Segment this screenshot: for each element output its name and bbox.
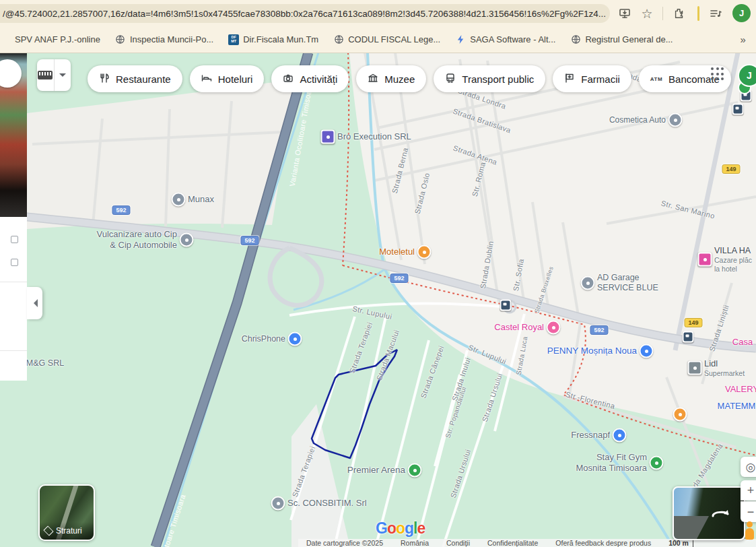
green-dot[interactable]: [650, 456, 664, 470]
hotel-icon: [201, 73, 212, 86]
chip-label: Hoteluri: [218, 73, 253, 85]
collapse-panel-button[interactable]: [27, 287, 42, 319]
google-maps-browser-window: Strada VienaStrada LondraStrada Bratisla…: [0, 0, 756, 547]
chip-label: Farmacii: [581, 73, 620, 85]
bookmark-item[interactable]: Registrul General de...: [570, 34, 673, 45]
theme-divider: [697, 6, 699, 21]
map-copyright: Date cartografice ©2025: [306, 539, 383, 547]
bookmark-item[interactable]: Inspectia Muncii-Po...: [115, 34, 213, 45]
bookmark-label: SPV ANAF P.J.-online: [15, 34, 100, 44]
sidebar-sliver: [0, 217, 27, 381]
museum-icon: [368, 73, 378, 86]
chip-activități[interactable]: Activități: [271, 65, 349, 92]
grey-dot[interactable]: [172, 193, 186, 207]
attribution-link[interactable]: Oferă feedback despre produs: [555, 539, 651, 547]
google-logo-letter: o: [387, 519, 396, 537]
grey-square[interactable]: [688, 361, 702, 375]
attribution-link[interactable]: Condiții: [446, 539, 470, 547]
bus-stop-icon[interactable]: [732, 104, 744, 115]
transit-icon: [445, 73, 456, 86]
attribution-link[interactable]: România: [401, 539, 429, 547]
address-bar[interactable]: /@45.724002,21.2857007,16z/data=!4m6!3m5…: [0, 4, 610, 23]
bookmark-star-icon[interactable]: ☆: [638, 5, 656, 22]
layers-button[interactable]: Straturi: [38, 484, 95, 541]
chip-restaurante[interactable]: Restaurante: [88, 65, 182, 92]
chip-farmacii[interactable]: Farmacii: [553, 65, 631, 92]
zoom-in-button[interactable]: +: [741, 480, 756, 501]
pegman-street-view-icon[interactable]: [742, 521, 756, 542]
green-dot[interactable]: [408, 463, 422, 478]
grey-dot[interactable]: [581, 276, 595, 290]
grey-dot[interactable]: [180, 233, 194, 247]
rotate-arrow-icon: [709, 507, 732, 520]
account-avatar[interactable]: J: [738, 64, 756, 87]
browser-chrome: /@45.724002,21.2857007,16z/data=!4m6!3m5…: [0, 0, 756, 53]
bookmark-item[interactable]: SPV ANAF P.J.-online: [15, 34, 100, 44]
camera-icon: [283, 73, 294, 86]
bookmark-label: Inspectia Muncii-Po...: [130, 34, 213, 44]
chevron-down-icon[interactable]: [54, 59, 71, 91]
bus-stop-icon[interactable]: [683, 331, 694, 343]
atm-icon: ATM: [650, 76, 662, 82]
pink-lodging[interactable]: [547, 321, 561, 335]
street-view-thumbnail[interactable]: [673, 486, 745, 540]
blue-cart[interactable]: [640, 344, 654, 358]
bookmark-item[interactable]: DFMTDir.Fiscala Mun.Tm: [228, 34, 318, 45]
bookmark-label: CODUL FISCAL Lege...: [348, 34, 440, 44]
browser-profile-avatar[interactable]: J: [732, 4, 751, 22]
chip-transport-public[interactable]: Transport public: [434, 65, 545, 92]
orange-restaurant[interactable]: [417, 245, 432, 259]
orange-restaurant[interactable]: [673, 408, 687, 422]
keyboard-icon[interactable]: [37, 59, 54, 91]
tab-list-icon[interactable]: [707, 5, 724, 22]
globe-icon: [570, 34, 581, 45]
chip-label: Muzee: [384, 73, 415, 85]
google-logo-letter: G: [376, 519, 387, 537]
restaurant-icon: [99, 73, 110, 86]
globe-icon: [333, 34, 344, 45]
google-apps-grid-icon[interactable]: [711, 67, 724, 81]
sidebar-icon[interactable]: [11, 259, 18, 266]
my-location-button[interactable]: [741, 457, 756, 477]
bookmark-label: Registrul General de...: [585, 34, 673, 44]
grey-dot[interactable]: [668, 113, 683, 127]
globe-icon: [115, 34, 126, 45]
attribution-link[interactable]: Confidențialitate: [487, 539, 538, 547]
zoom-out-button[interactable]: −: [741, 501, 756, 522]
google-logo-letter: e: [417, 519, 425, 537]
bus-stop-icon[interactable]: [500, 300, 512, 311]
chip-label: Restaurante: [116, 73, 171, 85]
chip-hoteluri[interactable]: Hoteluri: [190, 65, 265, 92]
blue-bag[interactable]: [613, 428, 627, 443]
google-logo[interactable]: Google: [376, 519, 425, 538]
bookmark-item[interactable]: CODUL FISCAL Lege...: [333, 34, 440, 45]
layers-button-label: Straturi: [56, 526, 82, 536]
chip-label: Transport public: [462, 73, 534, 85]
dfmt-favicon: DFMT: [228, 34, 239, 45]
chip-label: Activități: [300, 73, 337, 85]
bookmarks-overflow-chevron[interactable]: »: [740, 34, 745, 45]
send-to-device-icon[interactable]: [616, 5, 633, 22]
sidebar-icon[interactable]: [11, 236, 18, 243]
extensions-puzzle-icon[interactable]: [671, 5, 688, 22]
google-logo-letter: o: [396, 519, 405, 537]
blue-bag[interactable]: [288, 332, 302, 346]
bookmark-item[interactable]: SAGA Software - Alt...: [455, 34, 555, 45]
pink-square[interactable]: [698, 253, 712, 267]
layers-icon: [43, 525, 53, 536]
purple-box[interactable]: [321, 130, 335, 144]
grey-dot[interactable]: [271, 496, 285, 511]
toolbar-divider: [662, 7, 663, 20]
map-canvas[interactable]: [0, 53, 756, 547]
pharmacy-icon: [564, 73, 575, 86]
category-chips-row: RestauranteHoteluriActivitățiMuzeeTransp…: [88, 65, 731, 92]
google-logo-letter: g: [405, 519, 413, 537]
bookmark-label: SAGA Software - Alt...: [470, 34, 555, 44]
chip-muzee[interactable]: Muzee: [356, 65, 426, 92]
bolt-icon: [455, 34, 466, 45]
url-text[interactable]: /@45.724002,21.2857007,16z/data=!4m6!3m5…: [0, 9, 606, 19]
bookmarks-bar: SPV ANAF P.J.-onlineInspectia Muncii-Po.…: [0, 27, 756, 52]
bookmark-label: Dir.Fiscala Mun.Tm: [243, 34, 318, 44]
keyboard-input-button[interactable]: [37, 59, 71, 91]
